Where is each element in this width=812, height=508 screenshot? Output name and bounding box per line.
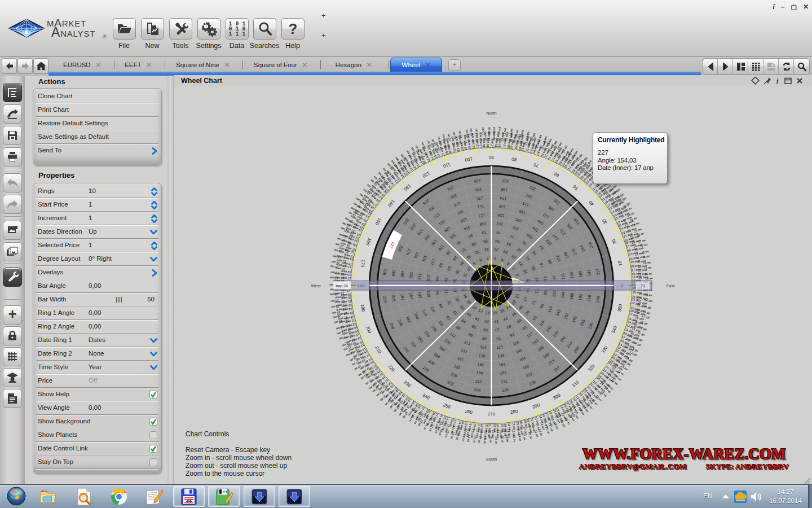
svg-text:12 ма: 12 ма — [502, 128, 506, 136]
svg-text:55: 55 — [483, 239, 488, 243]
svg-text:19 ян: 19 ян — [643, 261, 651, 265]
svg-text:67: 67 — [495, 328, 500, 332]
svg-text:Fast: Fast — [667, 283, 676, 288]
svg-text:23 ию: 23 ию — [331, 305, 339, 309]
svg-text:84: 84 — [435, 276, 440, 281]
svg-text:13 ап: 13 ап — [474, 128, 478, 136]
svg-text:17 се: 17 се — [478, 436, 482, 444]
svg-text:15 ап: 15 ап — [469, 128, 473, 136]
svg-text:17 ма: 17 ма — [536, 134, 542, 143]
svg-text:North: North — [486, 111, 496, 116]
svg-text:18 ап: 18 ап — [487, 127, 491, 134]
svg-text:17 ян: 17 ян — [643, 266, 651, 270]
svg-text:85: 85 — [435, 290, 440, 295]
svg-text:22 ок: 22 ок — [489, 436, 492, 443]
svg-text:78: 78 — [496, 230, 501, 235]
svg-text:13 ян: 13 ян — [645, 277, 653, 280]
svg-text:211: 211 — [501, 379, 508, 384]
svg-text:73: 73 — [543, 276, 548, 281]
svg-text:21 де: 21 де — [643, 305, 652, 309]
svg-text:19: 19 — [493, 310, 498, 315]
svg-text:мар 24: мар 24 — [336, 284, 348, 288]
svg-text:66: 66 — [483, 328, 488, 332]
svg-text:114: 114 — [480, 345, 487, 349]
svg-text:20 ию: 20 ию — [330, 299, 339, 303]
svg-text:12 ию: 12 ию — [330, 276, 338, 280]
svg-text:96: 96 — [543, 290, 548, 295]
svg-text:West: West — [311, 283, 321, 288]
svg-text:28 ок: 28 ок — [505, 435, 509, 443]
svg-text:18 ию: 18 ию — [330, 292, 338, 296]
svg-text:-64-: -64- — [186, 499, 192, 503]
svg-text:270: 270 — [488, 411, 496, 417]
svg-text:South: South — [486, 457, 497, 462]
svg-text:26 ок: 26 ок — [501, 435, 505, 443]
svg-text:13 ян: 13 ян — [641, 249, 649, 255]
svg-text:54: 54 — [495, 239, 500, 243]
svg-text:10 ию: 10 ию — [330, 271, 339, 275]
svg-text:14 ок: 14 ок — [518, 433, 522, 441]
svg-text:79: 79 — [482, 230, 487, 235]
svg-text:15 де: 15 де — [639, 320, 648, 325]
svg-text:90: 90 — [482, 336, 487, 341]
svg-text:14 ма: 14 ма — [497, 127, 501, 135]
svg-text:15 ян: 15 ян — [645, 272, 652, 276]
svg-text:24 ок: 24 ок — [495, 436, 498, 444]
svg-text:97: 97 — [552, 275, 557, 280]
svg-text:10 ап: 10 ап — [481, 127, 485, 135]
svg-text:26 ян: 26 ян — [645, 293, 652, 297]
svg-text:++: ++ — [223, 490, 227, 494]
svg-text:19 ап: 19 ап — [458, 131, 463, 139]
svg-text:115: 115 — [496, 345, 503, 349]
svg-text:43: 43 — [494, 319, 499, 324]
svg-text:19 ок: 19 ок — [483, 436, 487, 444]
svg-text:23: 23 — [641, 284, 645, 288]
svg-text:91: 91 — [496, 336, 501, 341]
svg-text:90: 90 — [488, 155, 494, 160]
svg-text:16 ма: 16 ма — [492, 127, 495, 135]
svg-text:12 ок: 12 ок — [512, 435, 517, 443]
svg-text:30: 30 — [494, 248, 499, 252]
svg-text:25 ию: 25 ию — [332, 310, 341, 315]
svg-text:11 ян: 11 ян — [642, 254, 650, 259]
svg-text:18: 18 — [486, 310, 491, 315]
svg-text:16 ап: 16 ап — [465, 129, 469, 137]
svg-text:31: 31 — [484, 248, 489, 252]
svg-text:42: 42 — [484, 319, 489, 324]
svg-text:12 се: 12 се — [461, 434, 466, 442]
